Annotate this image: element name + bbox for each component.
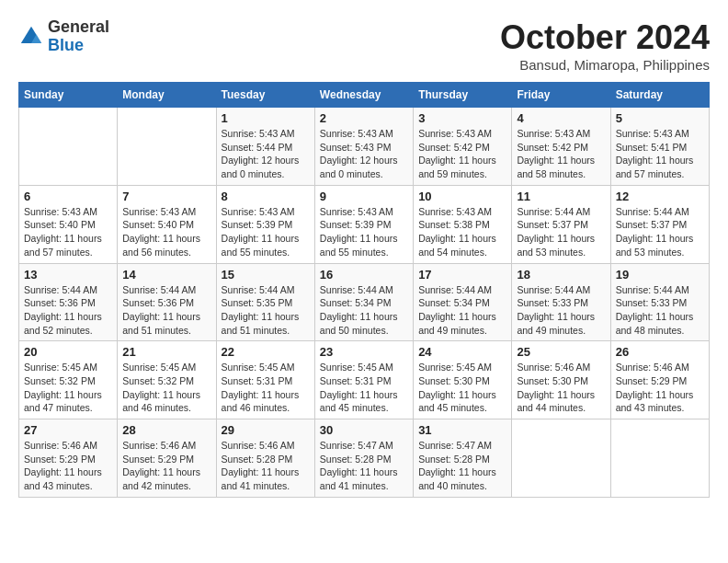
- day-info: Sunrise: 5:45 AM Sunset: 5:30 PM Dayligh…: [418, 361, 506, 415]
- calendar-cell: 18Sunrise: 5:44 AM Sunset: 5:33 PM Dayli…: [512, 263, 610, 341]
- weekday-header-row: SundayMondayTuesdayWednesdayThursdayFrid…: [19, 83, 710, 108]
- day-number: 21: [122, 345, 210, 359]
- weekday-header: Sunday: [19, 83, 118, 108]
- day-number: 19: [616, 268, 704, 282]
- day-info: Sunrise: 5:46 AM Sunset: 5:29 PM Dayligh…: [24, 439, 112, 493]
- calendar-cell: 20Sunrise: 5:45 AM Sunset: 5:32 PM Dayli…: [19, 341, 118, 419]
- calendar-cell: 23Sunrise: 5:45 AM Sunset: 5:31 PM Dayli…: [314, 341, 413, 419]
- day-number: 9: [320, 190, 408, 203]
- calendar-cell: 28Sunrise: 5:46 AM Sunset: 5:29 PM Dayli…: [118, 419, 216, 498]
- calendar-cell: 7Sunrise: 5:43 AM Sunset: 5:40 PM Daylig…: [118, 185, 216, 263]
- calendar-cell: 29Sunrise: 5:46 AM Sunset: 5:28 PM Dayli…: [216, 419, 314, 498]
- month-title: October 2024: [500, 18, 710, 57]
- day-info: Sunrise: 5:46 AM Sunset: 5:29 PM Dayligh…: [122, 439, 210, 493]
- day-number: 22: [222, 345, 310, 359]
- calendar-cell: 30Sunrise: 5:47 AM Sunset: 5:28 PM Dayli…: [314, 419, 413, 498]
- day-info: Sunrise: 5:43 AM Sunset: 5:40 PM Dayligh…: [122, 205, 210, 259]
- day-number: 6: [24, 190, 112, 203]
- day-info: Sunrise: 5:43 AM Sunset: 5:41 PM Dayligh…: [616, 127, 704, 181]
- calendar-cell: 11Sunrise: 5:44 AM Sunset: 5:37 PM Dayli…: [512, 185, 610, 263]
- day-info: Sunrise: 5:44 AM Sunset: 5:37 PM Dayligh…: [616, 205, 704, 259]
- calendar-cell: [512, 419, 610, 498]
- day-number: 12: [616, 190, 704, 203]
- day-info: Sunrise: 5:45 AM Sunset: 5:32 PM Dayligh…: [24, 361, 112, 415]
- day-info: Sunrise: 5:43 AM Sunset: 5:42 PM Dayligh…: [517, 127, 605, 181]
- calendar-cell: 9Sunrise: 5:43 AM Sunset: 5:39 PM Daylig…: [314, 185, 413, 263]
- day-number: 1: [222, 111, 310, 125]
- day-number: 3: [418, 111, 506, 125]
- calendar-week-row: 6Sunrise: 5:43 AM Sunset: 5:40 PM Daylig…: [19, 185, 710, 263]
- logo-text: General Blue: [48, 18, 109, 55]
- day-info: Sunrise: 5:44 AM Sunset: 5:34 PM Dayligh…: [418, 283, 506, 338]
- day-info: Sunrise: 5:44 AM Sunset: 5:33 PM Dayligh…: [517, 283, 605, 338]
- calendar-cell: 15Sunrise: 5:44 AM Sunset: 5:35 PM Dayli…: [216, 263, 314, 341]
- title-block: October 2024 Bansud, Mimaropa, Philippin…: [500, 18, 710, 73]
- day-number: 28: [122, 423, 210, 437]
- calendar-cell: 3Sunrise: 5:43 AM Sunset: 5:42 PM Daylig…: [414, 108, 512, 186]
- calendar-cell: 14Sunrise: 5:44 AM Sunset: 5:36 PM Dayli…: [118, 263, 216, 341]
- day-info: Sunrise: 5:44 AM Sunset: 5:35 PM Dayligh…: [222, 283, 310, 338]
- day-info: Sunrise: 5:43 AM Sunset: 5:43 PM Dayligh…: [320, 127, 408, 181]
- day-number: 5: [616, 111, 704, 125]
- day-info: Sunrise: 5:46 AM Sunset: 5:30 PM Dayligh…: [517, 361, 605, 415]
- day-number: 25: [517, 345, 605, 359]
- day-number: 27: [24, 423, 112, 437]
- day-number: 16: [320, 268, 408, 282]
- calendar-week-row: 27Sunrise: 5:46 AM Sunset: 5:29 PM Dayli…: [19, 419, 710, 498]
- day-info: Sunrise: 5:44 AM Sunset: 5:37 PM Dayligh…: [517, 205, 605, 259]
- day-number: 15: [222, 268, 310, 282]
- calendar-cell: 26Sunrise: 5:46 AM Sunset: 5:29 PM Dayli…: [610, 341, 709, 419]
- calendar-cell: 1Sunrise: 5:43 AM Sunset: 5:44 PM Daylig…: [216, 108, 314, 186]
- calendar-cell: 10Sunrise: 5:43 AM Sunset: 5:38 PM Dayli…: [414, 185, 512, 263]
- calendar-cell: 19Sunrise: 5:44 AM Sunset: 5:33 PM Dayli…: [610, 263, 709, 341]
- day-info: Sunrise: 5:44 AM Sunset: 5:36 PM Dayligh…: [122, 283, 210, 338]
- page-header: General Blue October 2024 Bansud, Mimaro…: [18, 18, 710, 73]
- calendar-cell: 24Sunrise: 5:45 AM Sunset: 5:30 PM Dayli…: [414, 341, 512, 419]
- calendar-cell: 31Sunrise: 5:47 AM Sunset: 5:28 PM Dayli…: [414, 419, 512, 498]
- calendar-cell: [610, 419, 709, 498]
- day-number: 14: [122, 268, 210, 282]
- day-info: Sunrise: 5:43 AM Sunset: 5:44 PM Dayligh…: [222, 127, 310, 181]
- calendar-cell: 25Sunrise: 5:46 AM Sunset: 5:30 PM Dayli…: [512, 341, 610, 419]
- weekday-header: Saturday: [610, 83, 709, 108]
- calendar-week-row: 13Sunrise: 5:44 AM Sunset: 5:36 PM Dayli…: [19, 263, 710, 341]
- calendar-week-row: 1Sunrise: 5:43 AM Sunset: 5:44 PM Daylig…: [19, 108, 710, 186]
- day-number: 17: [418, 268, 506, 282]
- calendar-cell: 27Sunrise: 5:46 AM Sunset: 5:29 PM Dayli…: [19, 419, 118, 498]
- day-number: 11: [517, 190, 605, 203]
- day-info: Sunrise: 5:43 AM Sunset: 5:39 PM Dayligh…: [320, 205, 408, 259]
- weekday-header: Tuesday: [216, 83, 314, 108]
- calendar-week-row: 20Sunrise: 5:45 AM Sunset: 5:32 PM Dayli…: [19, 341, 710, 419]
- day-info: Sunrise: 5:44 AM Sunset: 5:36 PM Dayligh…: [24, 283, 112, 338]
- day-number: 26: [616, 345, 704, 359]
- calendar-cell: 6Sunrise: 5:43 AM Sunset: 5:40 PM Daylig…: [19, 185, 118, 263]
- day-number: 20: [24, 345, 112, 359]
- calendar-cell: 21Sunrise: 5:45 AM Sunset: 5:32 PM Dayli…: [118, 341, 216, 419]
- day-info: Sunrise: 5:46 AM Sunset: 5:29 PM Dayligh…: [616, 361, 704, 415]
- location-subtitle: Bansud, Mimaropa, Philippines: [500, 57, 710, 73]
- calendar-cell: 22Sunrise: 5:45 AM Sunset: 5:31 PM Dayli…: [216, 341, 314, 419]
- calendar-cell: 17Sunrise: 5:44 AM Sunset: 5:34 PM Dayli…: [414, 263, 512, 341]
- day-info: Sunrise: 5:47 AM Sunset: 5:28 PM Dayligh…: [320, 439, 408, 493]
- day-number: 2: [320, 111, 408, 125]
- calendar-table: SundayMondayTuesdayWednesdayThursdayFrid…: [18, 82, 710, 498]
- weekday-header: Wednesday: [314, 83, 413, 108]
- day-info: Sunrise: 5:43 AM Sunset: 5:39 PM Dayligh…: [222, 205, 310, 259]
- day-info: Sunrise: 5:45 AM Sunset: 5:31 PM Dayligh…: [222, 361, 310, 415]
- day-number: 18: [517, 268, 605, 282]
- day-number: 13: [24, 268, 112, 282]
- calendar-cell: 4Sunrise: 5:43 AM Sunset: 5:42 PM Daylig…: [512, 108, 610, 186]
- calendar-cell: [118, 108, 216, 186]
- calendar-cell: 5Sunrise: 5:43 AM Sunset: 5:41 PM Daylig…: [610, 108, 709, 186]
- logo-icon: [18, 24, 44, 50]
- day-info: Sunrise: 5:47 AM Sunset: 5:28 PM Dayligh…: [418, 439, 506, 493]
- logo: General Blue: [18, 18, 109, 55]
- day-number: 7: [122, 190, 210, 203]
- calendar-cell: 8Sunrise: 5:43 AM Sunset: 5:39 PM Daylig…: [216, 185, 314, 263]
- calendar-cell: 12Sunrise: 5:44 AM Sunset: 5:37 PM Dayli…: [610, 185, 709, 263]
- day-info: Sunrise: 5:45 AM Sunset: 5:32 PM Dayligh…: [122, 361, 210, 415]
- calendar-cell: [19, 108, 118, 186]
- day-number: 23: [320, 345, 408, 359]
- weekday-header: Thursday: [414, 83, 512, 108]
- calendar-cell: 2Sunrise: 5:43 AM Sunset: 5:43 PM Daylig…: [314, 108, 413, 186]
